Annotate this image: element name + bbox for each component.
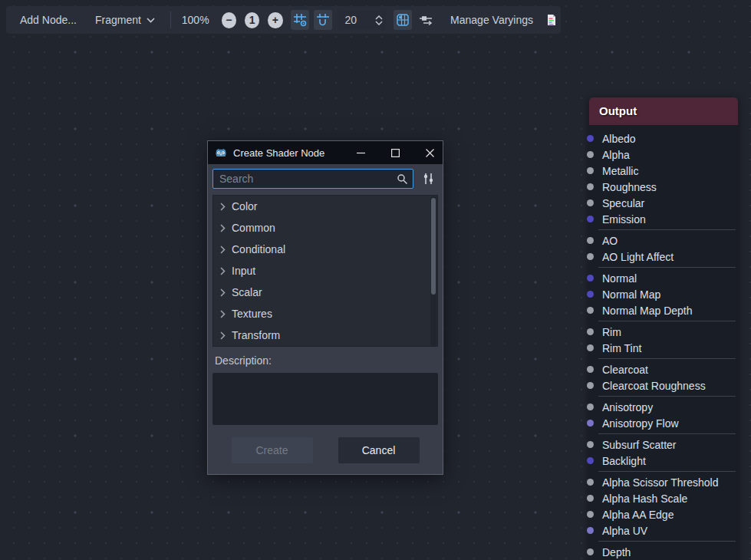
output-port-row: Normal <box>589 270 738 286</box>
cancel-button[interactable]: Cancel <box>338 437 420 463</box>
snap-distance-spinbox[interactable]: 20 <box>338 10 387 30</box>
shader-code-button[interactable] <box>542 10 561 30</box>
tree-scrollbar-thumb[interactable] <box>431 198 436 295</box>
port-label: Metallic <box>602 165 638 177</box>
output-port-row: AO <box>589 232 738 249</box>
output-node[interactable]: Output Albedo Alpha Metallic Roughness <box>589 97 738 560</box>
output-port-row: AO Light Affect <box>589 249 738 265</box>
tree-item[interactable]: Textures <box>213 303 437 324</box>
port-connector-dot[interactable] <box>587 237 594 244</box>
output-node-title: Output <box>599 104 637 117</box>
port-connector-dot[interactable] <box>587 511 594 518</box>
zoom-reset-icon[interactable]: 1 <box>245 12 259 28</box>
minimize-button[interactable] <box>349 141 372 164</box>
port-connector-dot[interactable] <box>587 404 594 410</box>
dialog-title: Create Shader Node <box>233 147 349 159</box>
search-icon <box>397 173 408 185</box>
port-connector-dot[interactable] <box>587 382 594 389</box>
port-connector-dot[interactable] <box>587 275 594 282</box>
create-button[interactable]: Create <box>232 437 313 463</box>
tree-item[interactable]: Color <box>213 196 437 217</box>
maximize-button[interactable] <box>384 141 407 164</box>
port-label: Clearcoat Roughness <box>602 380 706 392</box>
port-connector-dot[interactable] <box>587 344 594 351</box>
zoom-in-glyph: + <box>272 15 278 25</box>
minimap-toggle[interactable] <box>394 10 412 30</box>
chevron-down-icon <box>147 18 155 23</box>
port-connector-dot[interactable] <box>587 366 594 373</box>
shader-stage-dropdown[interactable]: Fragment <box>89 11 161 29</box>
port-connector-dot[interactable] <box>587 291 594 298</box>
port-label: Albedo <box>602 133 636 145</box>
output-port-row: Backlight <box>589 453 738 469</box>
port-connector-dot[interactable] <box>587 167 594 174</box>
chevron-right-icon[interactable] <box>220 267 226 275</box>
tree-scrollbar[interactable] <box>430 196 436 347</box>
zoom-out-glyph: − <box>226 15 232 25</box>
output-node-header[interactable]: Output <box>589 97 738 125</box>
tree-item-label: Scalar <box>232 286 262 298</box>
output-port-row: Normal Map <box>589 286 738 302</box>
grid-settings-toggle[interactable] <box>291 10 309 30</box>
dialog-titlebar[interactable]: Create Shader Node <box>208 141 443 164</box>
add-node-button[interactable]: Add Node... <box>14 11 83 29</box>
godot-logo-icon <box>215 147 227 159</box>
close-icon[interactable] <box>418 141 441 164</box>
arrange-nodes-button[interactable] <box>417 10 435 30</box>
port-connector-dot[interactable] <box>587 151 594 158</box>
port-connector-dot[interactable] <box>587 216 594 222</box>
port-label: Normal Map <box>602 288 660 301</box>
tree-item-label: Input <box>232 265 255 277</box>
port-label: Clearcoat <box>602 364 648 376</box>
tree-item[interactable]: Scalar <box>213 282 437 303</box>
port-label: Emission <box>602 213 646 226</box>
port-label: Roughness <box>602 181 657 193</box>
port-connector-dot[interactable] <box>587 135 594 142</box>
zoom-in-icon[interactable]: + <box>268 12 282 28</box>
description-textarea[interactable] <box>212 373 438 425</box>
node-category-tree: Color Common Conditional <box>212 195 438 347</box>
tree-item-label: Transform <box>232 329 280 341</box>
output-port-row: Depth <box>589 544 738 560</box>
chevron-right-icon[interactable] <box>220 224 226 232</box>
port-label: Normal Map Depth <box>602 305 693 317</box>
spin-stepper-icon[interactable] <box>372 15 386 25</box>
chevron-right-icon[interactable] <box>220 245 226 254</box>
port-connector-dot[interactable] <box>587 479 594 486</box>
port-connector-dot[interactable] <box>587 441 594 448</box>
port-connector-dot[interactable] <box>587 328 594 335</box>
port-connector-dot[interactable] <box>587 183 594 190</box>
tree-item[interactable]: Common <box>213 217 437 239</box>
snap-grid-toggle[interactable] <box>314 10 332 30</box>
zoom-level-label: 100% <box>182 14 209 26</box>
port-connector-dot[interactable] <box>587 457 594 464</box>
tree-item[interactable]: Transform <box>213 324 437 346</box>
port-label: Subsurf Scatter <box>602 439 677 451</box>
manage-varyings-button[interactable]: Manage Varyings <box>444 11 539 29</box>
chevron-right-icon[interactable] <box>220 331 226 340</box>
port-connector-dot[interactable] <box>587 527 594 534</box>
search-input[interactable] <box>219 173 397 185</box>
filter-options-button[interactable] <box>418 169 438 189</box>
port-connector-dot[interactable] <box>587 548 594 555</box>
shader-editor-toolbar: Add Node... Fragment 100% − 1 + <box>6 6 561 34</box>
tree-item[interactable]: Input <box>213 260 437 282</box>
port-connector-dot[interactable] <box>587 253 594 260</box>
chevron-right-icon[interactable] <box>220 288 226 297</box>
port-connector-dot[interactable] <box>587 199 594 206</box>
tree-item[interactable]: Conditional <box>213 239 437 260</box>
tree-item-label: Conditional <box>232 243 285 255</box>
port-connector-dot[interactable] <box>587 307 594 314</box>
output-port-row: Rim <box>589 324 738 340</box>
port-label: Alpha Hash Scale <box>602 492 687 505</box>
zoom-out-icon[interactable]: − <box>222 12 236 28</box>
chevron-right-icon[interactable] <box>220 203 226 211</box>
tune-sliders-icon <box>423 173 434 185</box>
port-connector-dot[interactable] <box>587 420 594 427</box>
port-connector-dot[interactable] <box>587 495 594 502</box>
output-port-row: Metallic <box>589 163 738 179</box>
output-port-row: Albedo <box>589 130 738 147</box>
output-port-row: Alpha Hash Scale <box>589 490 738 506</box>
chevron-right-icon[interactable] <box>220 310 226 318</box>
port-label: Backlight <box>602 455 646 467</box>
